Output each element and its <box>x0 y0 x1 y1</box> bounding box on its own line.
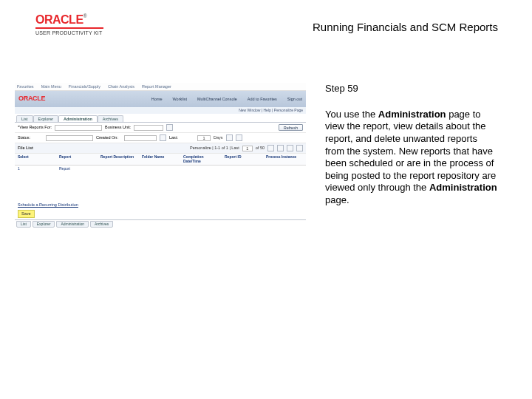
dropdown-view-reports-for[interactable] <box>55 125 102 131</box>
content-row: Favorites Main Menu Financials/Supply Ch… <box>15 83 498 228</box>
app-oracle-logo: ORACLE <box>18 95 45 103</box>
instruction-frag-3: page. <box>325 194 349 205</box>
app-logobar: ORACLE Home Worklist MultiChannel Consol… <box>15 91 306 107</box>
tab-list[interactable]: List <box>16 115 33 122</box>
tab-archives[interactable]: Archives <box>98 115 123 122</box>
link-signout[interactable]: Sign out <box>287 97 302 101</box>
filter-row-2: Status: Created On: Last: 1 Days <box>15 133 306 143</box>
page-header: ORACLE® USER PRODUCTIVITY KIT Running Fi… <box>0 13 532 43</box>
instruction-bold-2: Administration <box>429 182 497 193</box>
tool-icon-2[interactable] <box>236 134 242 141</box>
brand-block: ORACLE® USER PRODUCTIVITY KIT <box>35 13 103 35</box>
link-worklist[interactable]: Worklist <box>172 97 186 101</box>
last-page-icon[interactable] <box>296 145 303 151</box>
tab-explorer[interactable]: Explorer <box>33 115 58 122</box>
label-business-unit: Business Unit: <box>105 125 131 129</box>
app-topbar: Favorites Main Menu Financials/Supply Ch… <box>15 83 306 91</box>
link-mcc[interactable]: MultiChannel Console <box>197 97 237 101</box>
link-add-fav[interactable]: Add to Favorites <box>248 97 277 101</box>
link-schedule-distribution[interactable]: Schedule a Recurring Distribution <box>15 201 306 208</box>
bottom-tabstrip: List Explorer Administration Archives <box>15 219 306 228</box>
document-title: Running Financials and SCM Reports <box>313 21 498 33</box>
col-report-id[interactable]: Report ID <box>225 155 262 163</box>
tool-icon-1[interactable] <box>226 134 233 141</box>
file-list-title: File List <box>18 146 33 150</box>
instruction-bold-1: Administration <box>378 109 446 120</box>
input-business-unit[interactable] <box>134 125 163 131</box>
dropdown-status[interactable] <box>46 135 93 141</box>
instruction-frag-1: You use the <box>325 109 378 120</box>
label-last: Last: <box>169 135 194 140</box>
label-status: Status: <box>18 135 43 140</box>
next-page-icon[interactable] <box>287 145 293 151</box>
lookup-icon[interactable] <box>166 124 173 131</box>
col-completion[interactable]: Completion Date/Time <box>183 155 220 163</box>
label-created-on: Created On: <box>96 135 121 140</box>
cell-select[interactable]: 1 <box>18 167 55 171</box>
app-subbar: New Window | Help | Personalize Page <box>15 107 306 114</box>
breadcrumb-3: Report Manager <box>142 84 171 89</box>
btab-archives[interactable]: Archives <box>90 221 113 228</box>
step-number: Step 59 <box>325 83 498 95</box>
col-select[interactable]: Select <box>18 155 55 163</box>
calendar-icon[interactable] <box>160 134 166 141</box>
col-report-desc[interactable]: Report Description <box>100 155 137 163</box>
app-footer: Schedule a Recurring Distribution Save L… <box>15 201 306 228</box>
instruction-column: Step 59 You use the Administration page … <box>325 83 498 207</box>
page-input[interactable]: 1 <box>242 146 253 151</box>
label-view-reports-for: *View Reports For: <box>18 125 52 129</box>
file-list-header: File List Personalize | 1-1 of 1 | Last … <box>15 143 306 154</box>
input-last[interactable]: 1 <box>197 135 211 141</box>
col-report[interactable]: Report <box>59 155 96 163</box>
col-folder[interactable]: Folder Name <box>142 155 179 163</box>
input-created-on[interactable] <box>124 135 157 141</box>
col-process-instance[interactable]: Process Instance <box>266 155 303 163</box>
label-days: Days <box>214 135 223 140</box>
logo-underline <box>35 27 103 29</box>
save-button[interactable]: Save <box>18 210 35 217</box>
grid-data-row[interactable]: 1 Report <box>15 166 306 173</box>
cell-report[interactable]: Report <box>59 167 96 171</box>
top-tabstrip: List Explorer Administration Archives <box>15 114 306 123</box>
filter-row-1: *View Reports For: Business Unit: Refres… <box>15 123 306 133</box>
nav-favorites[interactable]: Favorites <box>17 84 34 89</box>
btab-explorer[interactable]: Explorer <box>33 221 55 228</box>
app-screenshot: Favorites Main Menu Financials/Supply Ch… <box>15 83 306 228</box>
btab-administration[interactable]: Administration <box>56 221 89 228</box>
refresh-button[interactable]: Refresh <box>279 124 303 131</box>
file-list-paging[interactable]: Personalize | 1-1 of 1 | Last <box>190 146 239 150</box>
link-home[interactable]: Home <box>151 97 163 101</box>
first-page-icon[interactable] <box>267 145 274 151</box>
prev-page-icon[interactable] <box>277 145 284 151</box>
breadcrumb-1: Financials/Supply <box>69 84 100 89</box>
instruction-frag-2: page to view the report, view details ab… <box>325 109 496 194</box>
grid-header-row: Select Report Report Description Folder … <box>15 154 306 166</box>
page-of: of 50 <box>256 146 265 150</box>
instruction-text: You use the Administration page to view … <box>325 109 498 207</box>
btab-list[interactable]: List <box>16 221 31 228</box>
upk-label: USER PRODUCTIVITY KIT <box>35 30 103 35</box>
tab-administration[interactable]: Administration <box>58 115 98 122</box>
breadcrumb-2: Chain Analysis <box>108 84 134 89</box>
oracle-logo: ORACLE <box>35 13 83 26</box>
nav-main-menu[interactable]: Main Menu <box>41 84 61 89</box>
trademark-symbol: ® <box>83 13 87 18</box>
